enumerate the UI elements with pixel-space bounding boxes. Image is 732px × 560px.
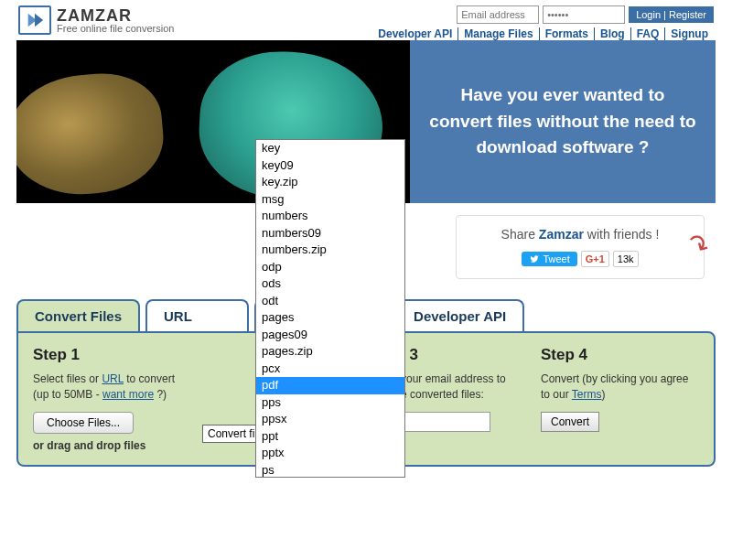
chameleon-image-1 <box>16 69 167 200</box>
dropdown-item-numbers[interactable]: numbers <box>256 208 404 225</box>
step-1: Step 1 Select files or URL to convert (u… <box>33 346 191 452</box>
login-row: Login | Register <box>457 5 714 24</box>
step-4-title: Step 4 <box>541 346 699 364</box>
nav-developer-api[interactable]: Developer API <box>372 27 458 40</box>
dropdown-item-pptx[interactable]: pptx <box>256 445 404 462</box>
drag-drop-text: or drag and drop files <box>33 439 191 452</box>
nav-formats[interactable]: Formats <box>540 27 595 40</box>
convert-button[interactable]: Convert <box>541 412 599 432</box>
dropdown-item-pcx[interactable]: pcx <box>256 361 404 378</box>
dropdown-item-key[interactable]: key <box>256 140 404 157</box>
tab-convert-files[interactable]: Convert Files <box>16 299 140 331</box>
dropdown-item-pages-zip[interactable]: pages.zip <box>256 343 404 361</box>
dropdown-item-msg[interactable]: msg <box>256 191 404 209</box>
nav-faq[interactable]: FAQ <box>631 27 666 40</box>
nav-links: Developer API Manage Files Formats Blog … <box>372 27 714 40</box>
choose-files-button[interactable]: Choose Files... <box>33 412 134 434</box>
dropdown-item-pages[interactable]: pages <box>256 309 404 327</box>
nav-manage-files[interactable]: Manage Files <box>458 27 539 40</box>
logo-title: ZAMZAR <box>57 7 174 24</box>
want-more-link[interactable]: want more <box>102 388 154 401</box>
terms-link[interactable]: Terms <box>572 388 602 401</box>
dropdown-list[interactable]: keykey09key.zipmsgnumbersnumbers09number… <box>256 140 404 477</box>
step-1-title: Step 1 <box>33 346 191 364</box>
dropdown-item-key09[interactable]: key09 <box>256 157 404 175</box>
password-field[interactable] <box>543 5 625 24</box>
logo-icon <box>18 5 51 35</box>
dropdown-item-pps[interactable]: pps <box>256 394 404 412</box>
tab-url[interactable]: URL <box>145 299 249 331</box>
dropdown-item-pdf[interactable]: pdf <box>256 377 404 394</box>
email-field[interactable] <box>457 5 539 24</box>
url-link[interactable]: URL <box>102 372 124 385</box>
step-4: Step 4 Convert (by clicking you agree to… <box>541 346 699 452</box>
share-box: ↷ Share Zamzar with friends ! Tweet G+1 … <box>456 215 705 279</box>
dropdown-item-numbers-zip[interactable]: numbers.zip <box>256 242 404 259</box>
share-title: Share Zamzar with friends ! <box>468 227 693 242</box>
step-4-text: Convert (by clicking you agree to our Te… <box>541 372 699 403</box>
banner-text: Have you ever wanted to convert files wi… <box>410 40 716 203</box>
tab-developer-api[interactable]: Developer API <box>395 299 524 331</box>
dropdown-item-pages09[interactable]: pages09 <box>256 327 404 344</box>
dropdown-item-ppsx[interactable]: ppsx <box>256 411 404 428</box>
dropdown-item-numbers09[interactable]: numbers09 <box>256 225 404 242</box>
login-button[interactable]: Login | Register <box>629 6 714 23</box>
gplus-count: 13k <box>613 251 639 267</box>
format-dropdown: keykey09key.zipmsgnumbersnumbers09number… <box>255 139 405 478</box>
dropdown-item-key-zip[interactable]: key.zip <box>256 174 404 191</box>
dropdown-item-ps[interactable]: ps <box>256 462 404 478</box>
dropdown-item-ods[interactable]: ods <box>256 275 404 293</box>
logo[interactable]: ZAMZAR Free online file conversion <box>18 5 174 35</box>
step-1-text: Select files or URL to convert (up to 50… <box>33 372 191 403</box>
dropdown-item-odp[interactable]: odp <box>256 259 404 276</box>
dropdown-item-ppt[interactable]: ppt <box>256 428 404 446</box>
dropdown-item-odt[interactable]: odt <box>256 293 404 310</box>
gplus-button[interactable]: G+1 <box>581 251 609 267</box>
tweet-button[interactable]: Tweet <box>522 252 576 266</box>
logo-subtitle: Free online file conversion <box>57 24 174 34</box>
header: ZAMZAR Free online file conversion Login… <box>0 0 732 38</box>
nav-blog[interactable]: Blog <box>595 27 631 40</box>
nav-signup[interactable]: Signup <box>665 27 714 40</box>
